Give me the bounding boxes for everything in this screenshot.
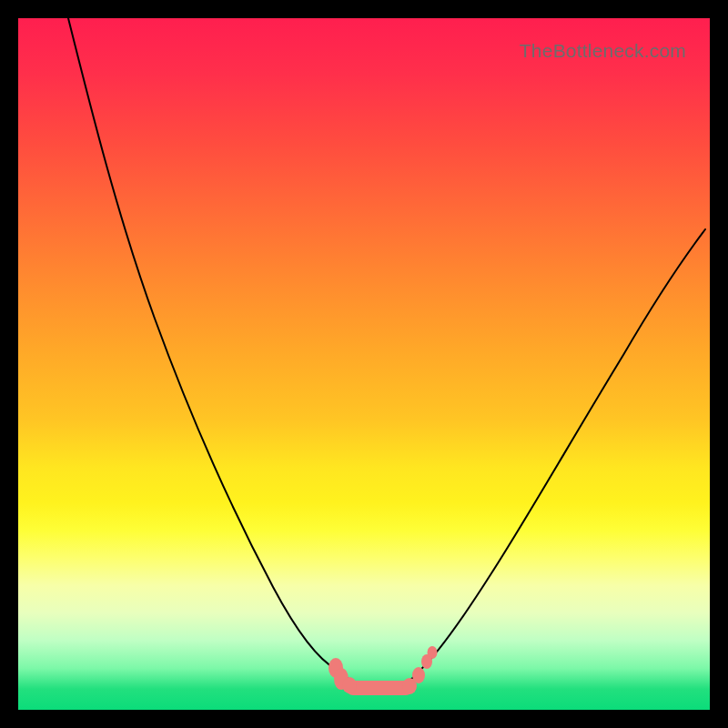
curve-left-branch: [68, 18, 337, 670]
trough-marker: [428, 646, 438, 659]
curve-right-branch: [419, 229, 705, 672]
trough-marker: [412, 667, 425, 683]
watermark-text: TheBottleneck.com: [520, 40, 686, 62]
trough-marker-group: [329, 646, 438, 695]
bottleneck-curve-svg: [18, 18, 710, 710]
trough-marker: [342, 677, 357, 693]
chart-frame: TheBottleneck.com: [18, 18, 710, 710]
